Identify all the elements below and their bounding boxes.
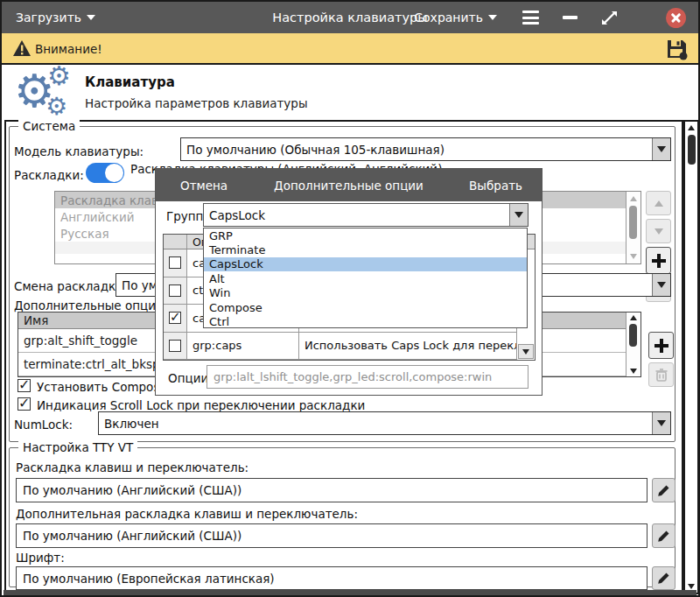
warning-text: Внимание! [35,42,102,56]
scroll-up-icon[interactable] [626,315,640,320]
move-down-button[interactable] [646,219,671,243]
options-string-input[interactable] [206,365,528,389]
dropdown-option[interactable]: Terminate [204,242,527,256]
scroll-up-icon[interactable] [626,196,640,201]
tty-layout-label: Раскладка клавиш и переключатель: [16,460,248,474]
close-button[interactable] [666,2,686,33]
tty-font-edit-button[interactable] [652,566,676,590]
save-file-icon[interactable] [665,38,688,60]
page-header: ⚙ ⚙ ⚙ Клавиатура Настройка параметров кл… [2,67,698,120]
tty-layout-edit-button[interactable] [652,478,676,502]
window-title: Настройка клавиатуры [2,2,698,33]
hamburger-icon [522,11,539,25]
load-menu-label: Загрузить [16,11,81,25]
scroll-down-icon[interactable] [626,254,640,259]
tty-font-field: По умолчанию (Европейская латинская) [16,566,648,590]
gear-icon: ⚙ [47,63,71,89]
layouts-label: Раскладки: [14,168,84,182]
warning-bar: Внимание! [2,33,698,65]
dropdown-option[interactable]: Alt [204,271,527,285]
close-icon [666,8,686,28]
tty-layout-field: По умолчанию (Английский (США)) [16,478,648,502]
option-name-cell: grp:caps [187,333,299,360]
checkbox-column-header [164,235,187,249]
row-checkbox[interactable] [169,256,181,269]
dropdown-arrow-button[interactable] [509,204,528,226]
page-title: Клавиатура [85,74,175,90]
keyboard-model-label: Модель клавиатуры: [14,144,144,158]
scrollbar-thumb[interactable] [629,206,637,239]
dropdown-arrow-button[interactable] [652,412,670,434]
row-checkbox[interactable] [169,340,181,352]
numlock-value: Включен [104,417,159,431]
expand-icon [601,10,618,26]
tty-extra-layout-label: Дополнительная раскладка клавиш и перекл… [16,507,358,521]
dropdown-option-selected[interactable]: CapsLock [204,257,527,271]
dropdown-option[interactable]: Ctrl [204,314,527,328]
layout-switch-label: Смена раскладки: [14,279,127,293]
scroll-up-icon[interactable] [685,125,697,130]
chevron-down-icon [87,15,95,20]
extra-options-dialog: Отмена Дополнительные опции Выбрать Груп… [155,168,542,396]
list-scrollbar[interactable] [626,192,640,263]
delete-option-button[interactable] [648,362,674,387]
compose-checkbox[interactable]: ✓ [18,379,31,392]
dropdown-option[interactable]: Win [204,286,527,300]
dropdown-option[interactable]: Compose [204,300,527,314]
tty-extra-layout-field: По умолчанию (Английский (США)) [16,523,648,548]
pencil-icon [657,530,670,543]
scroll-down-icon[interactable] [626,369,640,374]
row-checkbox[interactable]: ✓ [169,312,181,324]
add-layout-button[interactable] [646,247,671,274]
save-menu-button[interactable]: Сохранить [414,2,497,33]
dropdown-option[interactable]: GRP [204,228,527,242]
add-option-button[interactable] [648,332,674,359]
row-checkbox[interactable] [169,284,181,297]
group-dropdown-list: GRP Terminate CapsLock Alt Win Compose C… [203,228,528,328]
dialog-select-button[interactable]: Выбрать [469,169,522,201]
scroll-down-button[interactable] [518,344,534,359]
tty-extra-layout-edit-button[interactable] [652,523,676,548]
keyboard-settings-window: Загрузить Настройка клавиатуры Сохранить [0,0,700,597]
toggle-knob [105,164,123,182]
page-subtitle: Настройка параметров клавиатуры [85,96,308,110]
dropdown-arrow-button[interactable] [652,138,670,160]
tty-group-legend: Настройка TTY VT [18,440,137,454]
dropdown-arrow-button[interactable] [652,274,670,296]
scroll-down-icon [522,349,529,355]
main-scrollbar[interactable] [683,120,699,594]
minimize-button[interactable] [563,2,578,33]
scroll-lock-checkbox[interactable]: ✓ [18,397,31,411]
table-row[interactable]: grp:caps Использовать Caps Lock для пере… [164,333,535,361]
scroll-down-icon[interactable] [685,584,697,589]
move-up-button[interactable] [646,191,671,215]
tty-font-label: Шрифт: [16,551,65,565]
scrollbar-thumb[interactable] [688,135,696,165]
plus-icon [654,339,668,353]
trash-icon [654,368,668,383]
maximize-button[interactable] [601,2,618,33]
pencil-icon [657,572,670,585]
scrollbar-thumb[interactable] [629,324,637,347]
numlock-label: NumLock: [14,418,73,432]
menu-button[interactable] [522,2,539,33]
scroll-lock-checkbox-label: Индикация Scroll Lock при переключении р… [37,398,365,412]
numlock-select[interactable]: Включен [98,411,671,435]
row-checkbox-cell [164,277,187,305]
group-select[interactable]: CapsLock [203,203,528,227]
keyboard-model-select[interactable]: По умолчанию (Обычная 105-клавишная) [180,137,671,161]
load-menu-button[interactable]: Загрузить [16,2,95,33]
dialog-cancel-button[interactable]: Отмена [180,169,228,201]
window-bottom-edge [4,590,696,595]
layouts-toggle[interactable] [86,163,124,183]
plus-icon [652,254,666,268]
table-scrollbar[interactable] [626,313,640,376]
row-checkbox-cell [164,249,187,277]
system-group-legend: Система [18,119,80,133]
arrow-up-icon [654,200,663,207]
chevron-down-icon [514,212,523,218]
warning-icon [12,39,32,58]
extra-options-label: Дополнительные опции: [14,298,167,313]
compose-checkbox-label: Установить Compose [37,380,167,394]
save-menu-label: Сохранить [414,11,483,25]
